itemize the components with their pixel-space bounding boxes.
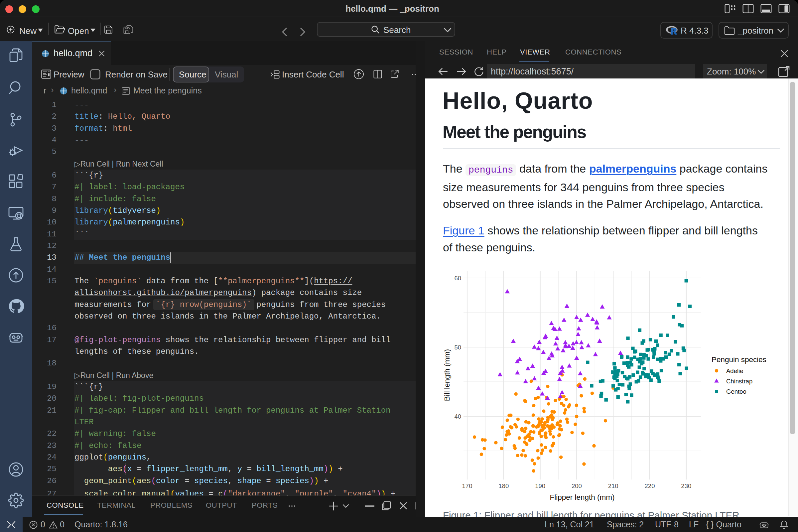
svg-text:60: 60	[454, 274, 461, 282]
svg-text:Gentoo: Gentoo	[726, 388, 746, 395]
svg-text:200: 200	[572, 482, 582, 490]
svg-text:Penguin species: Penguin species	[711, 356, 766, 364]
svg-text:170: 170	[462, 482, 473, 490]
svg-text:180: 180	[498, 482, 509, 490]
svg-text:50: 50	[454, 344, 461, 351]
svg-text:Adelie: Adelie	[726, 367, 743, 374]
svg-text:Bill length (mm): Bill length (mm)	[443, 349, 451, 401]
svg-text:210: 210	[608, 482, 619, 490]
svg-text:220: 220	[645, 482, 655, 490]
svg-text:230: 230	[681, 482, 691, 490]
svg-text:Chinstrap: Chinstrap	[726, 378, 753, 385]
svg-text:Flipper length (mm): Flipper length (mm)	[550, 493, 614, 501]
svg-text:190: 190	[535, 482, 545, 490]
svg-text:40: 40	[454, 413, 461, 420]
